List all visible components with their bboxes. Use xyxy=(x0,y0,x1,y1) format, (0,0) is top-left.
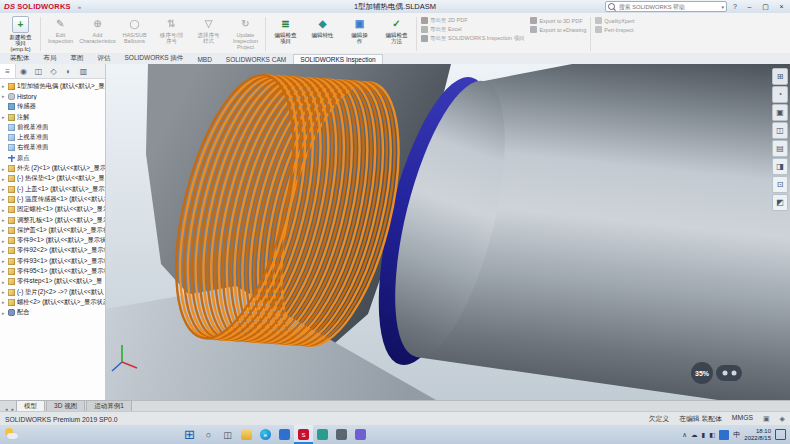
task-view-button[interactable]: ◫ xyxy=(218,425,237,444)
viewport-tool-8[interactable]: ◩ xyxy=(772,194,788,211)
ribbon-tab[interactable]: 布局 xyxy=(37,52,64,64)
graphics-viewport[interactable]: 35% ⊞ ◔ ▣ ◫ xyxy=(106,64,790,400)
viewport-tool-4[interactable]: ◫ xyxy=(772,122,788,139)
ribbon-export-button[interactable]: Export to eDrawing xyxy=(530,26,586,33)
search-input[interactable] xyxy=(617,3,719,11)
ribbon-button[interactable]: 编辑特性 xyxy=(304,14,341,54)
ribbon-tab[interactable]: 评估 xyxy=(91,52,118,64)
app-icon-teal[interactable] xyxy=(313,425,332,444)
app-icon-purple[interactable] xyxy=(351,425,370,444)
ribbon-toolbar: 新建检查 项目 (emp.fc) Edit Inspection Add Cha… xyxy=(0,13,790,55)
tree-item[interactable]: ▸ 螺栓<2> (默认<<默认>_显示状态 xyxy=(0,297,105,307)
tree-item[interactable]: ▸ 零件93<1> (默认<<默认>_显示状 xyxy=(0,256,105,266)
help-search-box[interactable]: ▾ xyxy=(605,1,727,12)
configuration-manager-tab[interactable]: ◫ xyxy=(31,64,46,78)
ribbon-tool-button[interactable]: QualityXpert xyxy=(595,17,634,24)
tree-item[interactable]: ▸ 配合 xyxy=(0,308,105,318)
viewport-tool-5[interactable]: ▤ xyxy=(772,140,788,157)
tray-expand-icon[interactable]: ∧ xyxy=(682,431,687,439)
tree-item[interactable]: ▸ 原点 xyxy=(0,153,105,163)
ribbon-button[interactable]: Update Inspection Project xyxy=(227,14,264,54)
ribbon-tab[interactable]: SOLIDWORKS Inspection xyxy=(293,54,383,64)
file-explorer-icon[interactable] xyxy=(237,425,256,444)
tree-item-label: 1型加辅热电偶 (默认<默认>_显示状态-1) xyxy=(17,82,105,91)
search-scope-chevron-icon[interactable]: ▾ xyxy=(721,4,724,10)
ribbon-button[interactable]: HAS/SUB Balloons xyxy=(116,14,153,54)
ribbon-tab[interactable]: 装配体 xyxy=(3,52,37,64)
status-grid-icon[interactable]: ▣ xyxy=(763,415,770,423)
property-manager-tab[interactable]: ◉ xyxy=(16,64,31,78)
viewport-tool-2[interactable]: ◔ xyxy=(772,86,788,103)
ribbon-button[interactable]: 选择序号 样式 xyxy=(190,14,227,54)
tree-item[interactable]: ▸ 1型加辅热电偶 (默认<默认>_显示状态-1) xyxy=(0,81,105,91)
cloud-icon[interactable]: ☁ xyxy=(691,431,698,439)
maximize-button[interactable]: ▢ xyxy=(759,1,772,12)
tree-item[interactable]: ▸ (-) 垫片(2)<2> ->? (默认<<默认 xyxy=(0,287,105,297)
tree-item[interactable]: ▸ 零件9<1> (默认<<默认>_显示状态 xyxy=(0,235,105,245)
ribbon-button[interactable]: 移序号/排 序号 xyxy=(153,14,190,54)
tree-item[interactable]: ▸ 调整孔板<1> (默认<<默认>_显示 xyxy=(0,215,105,225)
inspection-manager-tab[interactable]: ▥ xyxy=(76,64,91,78)
ribbon-tab[interactable]: SOLIDWORKS CAM xyxy=(219,54,293,64)
tree-item[interactable]: ▸ History xyxy=(0,91,105,101)
app-icon-gray[interactable] xyxy=(332,425,351,444)
tree-item[interactable]: ▸ (-) 热保垫<1> (默认<<默认>_显示 xyxy=(0,174,105,184)
ribbon-export-button[interactable]: 导出至 Excel xyxy=(421,26,524,33)
status-tag-icon[interactable]: ◈ xyxy=(780,415,785,423)
ribbon-tab[interactable]: SOLIDWORKS 插件 xyxy=(118,52,191,64)
tree-item[interactable]: ▸ (-) 上盖<1> (默认<<默认>_显示状 xyxy=(0,184,105,194)
tree-item[interactable]: ▸ 固定螺栓<1> (默认<<默认>_显示 xyxy=(0,205,105,215)
tree-item[interactable]: ▸ 零件92<2> (默认<<默认>_显示状 xyxy=(0,246,105,256)
weather-icon[interactable] xyxy=(3,426,20,443)
viewport-tool-6[interactable]: ◨ xyxy=(772,158,788,175)
input-indicator-icon[interactable] xyxy=(719,430,729,440)
tree-item[interactable]: ▸ 零件step<1> (默认<<默认>_显 xyxy=(0,277,105,287)
ribbon-button[interactable]: 编辑操 作 xyxy=(341,14,378,54)
ribbon-export-button[interactable]: 导出至 SOLIDWORKS Inspection 项目 xyxy=(421,35,524,42)
tree-item[interactable]: ▸ 右视基准面 xyxy=(0,143,105,153)
menu-expand-chevron-icon[interactable]: » xyxy=(75,4,84,10)
battery-icon[interactable]: ▮ xyxy=(702,431,706,439)
ribbon-button[interactable]: 新建检查 项目 (emp.fc) xyxy=(2,14,39,54)
solidworks-logo-text: SOLIDWORKS xyxy=(17,2,71,11)
viewport-tool-1[interactable]: ⊞ xyxy=(772,68,788,85)
search-button[interactable]: ○ xyxy=(199,425,218,444)
minimize-button[interactable]: – xyxy=(743,1,756,12)
network-icon[interactable]: ◧ xyxy=(709,431,715,439)
viewport-tool-7[interactable]: ⊡ xyxy=(772,176,788,193)
tree-item[interactable]: ▸ 零件95<1> (默认<<默认>_显示状 xyxy=(0,266,105,276)
notification-center-icon[interactable] xyxy=(775,429,786,440)
close-button[interactable]: × xyxy=(775,1,788,12)
toolbar-button-icon: ◩ xyxy=(776,198,784,207)
tree-item[interactable]: ▸ 保护盖<1> (默认<<默认>_显示状 xyxy=(0,225,105,235)
solidworks-taskbar-icon[interactable]: S xyxy=(294,425,313,444)
tree-item[interactable]: ▸ 前视基准面 xyxy=(0,122,105,132)
ribbon-button[interactable]: Edit Inspection xyxy=(42,14,79,54)
help-button[interactable]: ? xyxy=(730,3,740,10)
tree-item[interactable]: ▸ 上视基准面 xyxy=(0,132,105,142)
ribbon-export-button[interactable]: 导出至 2D PDF xyxy=(421,17,524,24)
ribbon-tab[interactable]: 草图 xyxy=(64,52,91,64)
ribbon-tool-button[interactable]: Peri-Inspect xyxy=(595,26,634,33)
edge-icon[interactable]: e xyxy=(256,425,275,444)
viewport-3d-scene[interactable]: 35% xyxy=(106,64,790,400)
tree-item[interactable]: ▸ 注解 xyxy=(0,112,105,122)
tree-item-icon xyxy=(8,206,15,213)
ribbon-tab[interactable]: MBD xyxy=(190,54,218,64)
ribbon-button[interactable]: Add Characteristics xyxy=(79,14,116,54)
tree-item[interactable]: ▸ (-) 温度传感器<1> (默认<<默认> xyxy=(0,194,105,204)
ime-language-indicator[interactable]: 中 xyxy=(733,430,740,440)
ribbon-export-button[interactable]: Export to 3D PDF xyxy=(530,17,586,24)
dimxpert-manager-tab[interactable]: ◇ xyxy=(46,64,61,78)
ribbon-button[interactable]: 编辑检查 项目 xyxy=(267,14,304,54)
app-icon-blue[interactable] xyxy=(275,425,294,444)
ribbon-button-icon xyxy=(389,16,404,31)
viewport-tool-3[interactable]: ▣ xyxy=(772,104,788,121)
ribbon-button[interactable]: 编辑检查 方法 xyxy=(378,14,415,54)
tree-item[interactable]: ▸ 外壳 (2)<1> (默认<<默认>_显示状 xyxy=(0,163,105,173)
start-button[interactable]: ⊞ xyxy=(180,425,199,444)
taskbar-clock[interactable]: 18:10 2022/8/15 xyxy=(744,428,771,441)
display-manager-tab[interactable]: ◐ xyxy=(61,64,76,78)
tree-item[interactable]: ▸ 传感器 xyxy=(0,102,105,112)
feature-manager-tab[interactable]: ≡ xyxy=(0,64,16,78)
